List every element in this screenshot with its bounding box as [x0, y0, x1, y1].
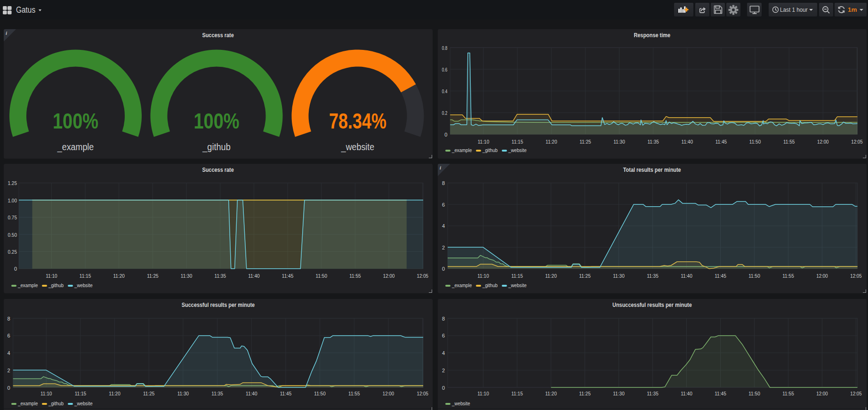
svg-text:11:50: 11:50	[748, 273, 760, 279]
svg-text:11:55: 11:55	[783, 139, 795, 145]
svg-text:11:55: 11:55	[782, 391, 794, 396]
svg-text:11:45: 11:45	[280, 391, 292, 396]
svg-text:11:40: 11:40	[681, 273, 692, 279]
svg-text:12:00: 12:00	[816, 391, 828, 396]
svg-text:_github: _github	[202, 142, 230, 153]
svg-text:100%: 100%	[53, 109, 98, 133]
svg-text:11:35: 11:35	[211, 391, 223, 396]
svg-text:11:10: 11:10	[46, 273, 57, 279]
svg-text:11:20: 11:20	[109, 391, 121, 396]
svg-text:11:30: 11:30	[177, 391, 189, 396]
svg-text:11:35: 11:35	[215, 273, 226, 279]
svg-text:12:05: 12:05	[850, 391, 862, 396]
svg-text:78.34%: 78.34%	[329, 109, 386, 133]
svg-text:11:45: 11:45	[715, 139, 727, 145]
svg-text:11:50: 11:50	[748, 391, 760, 396]
svg-text:11:10: 11:10	[40, 391, 52, 396]
svg-text:11:30: 11:30	[613, 139, 625, 145]
svg-text:11:55: 11:55	[349, 273, 361, 279]
svg-text:11:45: 11:45	[715, 391, 726, 396]
svg-text:0.25: 0.25	[8, 249, 17, 255]
svg-text:2: 2	[442, 368, 445, 373]
svg-text:1.25: 1.25	[8, 180, 17, 186]
svg-text:11:40: 11:40	[681, 391, 692, 396]
svg-text:12:05: 12:05	[417, 391, 428, 396]
svg-text:11:25: 11:25	[147, 273, 159, 279]
svg-text:8: 8	[8, 316, 10, 322]
svg-text:11:25: 11:25	[579, 139, 591, 145]
svg-text:0.50: 0.50	[8, 232, 17, 238]
svg-text:4: 4	[442, 223, 445, 229]
svg-text:11:55: 11:55	[348, 391, 360, 396]
svg-text:_website: _website	[341, 142, 374, 153]
svg-text:100%: 100%	[194, 109, 240, 133]
svg-text:11:25: 11:25	[579, 391, 591, 396]
svg-text:2: 2	[8, 368, 10, 373]
svg-text:0: 0	[14, 266, 17, 272]
svg-text:12:00: 12:00	[383, 391, 394, 396]
svg-text:11:40: 11:40	[682, 139, 693, 145]
svg-text:_example: _example	[57, 142, 94, 153]
svg-text:6: 6	[442, 202, 445, 208]
svg-text:12:00: 12:00	[383, 273, 395, 279]
svg-text:6: 6	[442, 333, 445, 338]
svg-text:11:30: 11:30	[181, 273, 193, 279]
svg-text:12:05: 12:05	[417, 273, 429, 279]
svg-text:11:10: 11:10	[477, 273, 489, 279]
svg-text:11:15: 11:15	[80, 273, 91, 279]
svg-text:11:45: 11:45	[715, 273, 726, 279]
svg-text:11:15: 11:15	[512, 139, 523, 145]
svg-text:0: 0	[442, 266, 445, 272]
svg-text:11:10: 11:10	[478, 139, 490, 145]
svg-text:0.6: 0.6	[442, 67, 448, 72]
svg-text:11:15: 11:15	[75, 391, 87, 396]
svg-text:11:30: 11:30	[613, 273, 625, 279]
svg-text:11:50: 11:50	[316, 273, 328, 279]
svg-text:11:30: 11:30	[613, 391, 625, 396]
svg-text:4: 4	[442, 350, 445, 356]
svg-text:0.75: 0.75	[8, 215, 17, 220]
svg-text:11:50: 11:50	[749, 139, 761, 145]
svg-text:12:05: 12:05	[850, 273, 862, 279]
svg-text:11:25: 11:25	[143, 391, 155, 396]
svg-text:11:20: 11:20	[546, 139, 557, 145]
svg-text:11:55: 11:55	[782, 273, 794, 279]
svg-text:11:45: 11:45	[282, 273, 294, 279]
svg-text:8: 8	[442, 316, 445, 322]
svg-text:11:20: 11:20	[545, 391, 557, 396]
svg-text:11:40: 11:40	[248, 273, 260, 279]
svg-text:12:00: 12:00	[816, 273, 828, 279]
svg-text:11:10: 11:10	[477, 391, 489, 396]
svg-text:8: 8	[442, 180, 445, 186]
svg-text:11:40: 11:40	[246, 391, 257, 396]
svg-text:11:35: 11:35	[647, 139, 659, 145]
svg-text:2: 2	[442, 245, 445, 250]
svg-text:0: 0	[444, 132, 447, 137]
svg-text:12:00: 12:00	[817, 139, 829, 145]
svg-text:11:25: 11:25	[579, 273, 591, 279]
svg-text:0: 0	[8, 385, 10, 391]
svg-text:11:35: 11:35	[647, 391, 659, 396]
svg-text:4: 4	[8, 350, 10, 356]
svg-text:12:05: 12:05	[851, 139, 863, 145]
svg-text:0: 0	[442, 385, 445, 391]
svg-text:11:15: 11:15	[511, 391, 523, 396]
svg-text:11:35: 11:35	[647, 273, 659, 279]
svg-text:0.2: 0.2	[442, 110, 448, 116]
svg-text:11:50: 11:50	[314, 391, 326, 396]
svg-text:11:20: 11:20	[545, 273, 557, 279]
svg-text:0.4: 0.4	[442, 88, 448, 94]
svg-text:6: 6	[8, 333, 10, 338]
svg-text:11:20: 11:20	[113, 273, 125, 279]
svg-text:11:15: 11:15	[511, 273, 523, 279]
svg-text:1.00: 1.00	[8, 198, 17, 203]
svg-text:0.8: 0.8	[442, 45, 448, 51]
